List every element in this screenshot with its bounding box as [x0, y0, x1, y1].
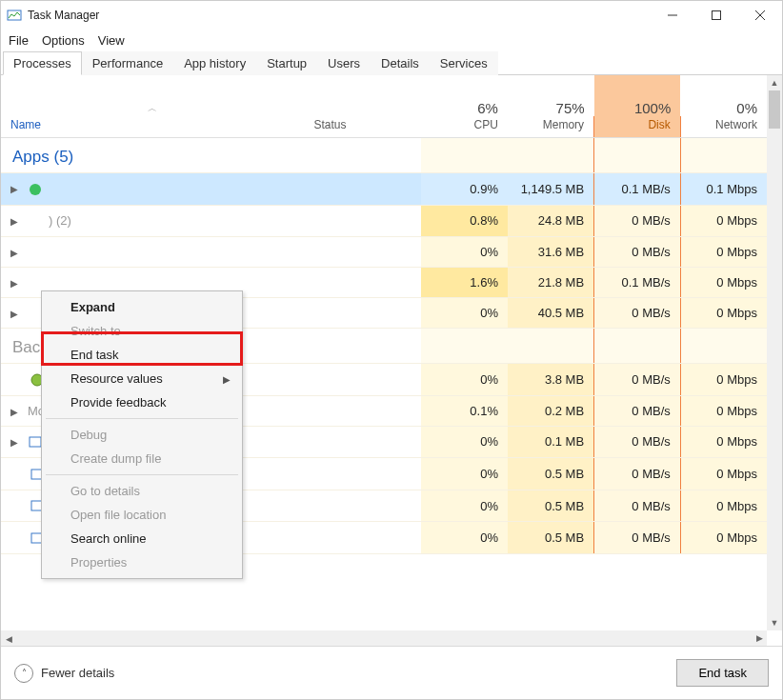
- cell-mem: 3.8 MB: [508, 364, 594, 396]
- cell-cpu: 0.1%: [421, 395, 508, 426]
- tab-app-history[interactable]: App history: [173, 51, 256, 75]
- cell-cpu: 0%: [421, 522, 508, 554]
- scroll-down-icon[interactable]: ▼: [767, 615, 782, 630]
- cell-mem: 0.5 MB: [508, 458, 594, 490]
- fewer-details-label: Fewer details: [41, 666, 114, 680]
- cell-disk: 0 MB/s: [594, 522, 681, 554]
- table-row[interactable]: ▶ 0% 31.6 MB 0 MB/s 0 Mbps: [1, 237, 767, 268]
- cell-disk: 0 MB/s: [594, 395, 681, 426]
- vertical-scrollbar[interactable]: ▲ ▼: [767, 75, 782, 630]
- cell-cpu: 0%: [421, 490, 508, 522]
- tab-details[interactable]: Details: [371, 51, 430, 75]
- menubar: File Options View: [1, 30, 782, 50]
- table-row[interactable]: ▶ 0.9% 1,149.5 MB 0.1 MB/s 0.1 Mbps: [1, 173, 767, 206]
- chevron-right-icon[interactable]: ▶: [10, 184, 22, 194]
- menu-open-file-location: Open file location: [44, 503, 240, 527]
- horizontal-scrollbar[interactable]: ◀ ▶: [1, 630, 767, 646]
- sort-indicator-icon: ︿: [10, 102, 294, 115]
- svg-rect-7: [30, 437, 41, 447]
- cell-net: 0 Mbps: [680, 395, 767, 426]
- menu-expand[interactable]: Expand: [44, 295, 240, 319]
- scroll-left-icon[interactable]: ◀: [1, 631, 16, 647]
- close-button[interactable]: [738, 1, 782, 30]
- cell-net: 0 Mbps: [680, 298, 767, 329]
- cell-cpu: 0%: [421, 458, 508, 490]
- chevron-right-icon[interactable]: ▶: [10, 248, 22, 258]
- cell-disk: 0.1 MB/s: [594, 268, 681, 298]
- cell-mem: 31.6 MB: [508, 237, 594, 268]
- menu-options[interactable]: Options: [42, 33, 85, 48]
- menu-switch-to: Switch to: [44, 319, 240, 343]
- column-network[interactable]: Network: [680, 116, 767, 138]
- chevron-right-icon[interactable]: ▶: [10, 437, 22, 448]
- cell-disk: 0 MB/s: [594, 364, 681, 396]
- menu-search-online[interactable]: Search online: [44, 527, 240, 550]
- cell-disk: 0 MB/s: [594, 298, 681, 329]
- column-cpu[interactable]: CPU: [421, 116, 508, 138]
- tab-services[interactable]: Services: [430, 51, 498, 75]
- menu-resource-values[interactable]: Resource values▶: [44, 367, 240, 390]
- menu-provide-feedback[interactable]: Provide feedback: [44, 390, 240, 414]
- column-disk[interactable]: Disk: [594, 116, 681, 138]
- table-row[interactable]: ▶) (2) 0.8% 24.8 MB 0 MB/s 0 Mbps: [1, 205, 767, 237]
- cell-cpu: 0.8%: [421, 205, 508, 237]
- menu-separator: [46, 474, 238, 475]
- cell-disk: 0 MB/s: [594, 426, 681, 458]
- svg-rect-0: [8, 10, 21, 20]
- menu-properties: Properties: [44, 550, 240, 574]
- cell-mem: 0.5 MB: [508, 490, 594, 522]
- scroll-right-icon[interactable]: ▶: [752, 630, 767, 646]
- maximize-button[interactable]: [694, 1, 738, 30]
- cell-mem: 0.2 MB: [508, 395, 594, 426]
- chevron-right-icon[interactable]: ▶: [10, 407, 22, 417]
- menu-separator: [46, 418, 238, 419]
- column-memory[interactable]: Memory: [508, 116, 594, 138]
- process-icon: [28, 182, 43, 197]
- cell-mem: 1,149.5 MB: [508, 173, 594, 206]
- menu-end-task[interactable]: End task: [44, 343, 240, 367]
- tab-startup[interactable]: Startup: [256, 51, 317, 75]
- cell-mem: 0.1 MB: [508, 426, 594, 458]
- titlebar: Task Manager: [1, 1, 782, 30]
- chevron-up-icon: ˄: [14, 664, 33, 683]
- tab-users[interactable]: Users: [317, 51, 371, 75]
- column-status[interactable]: Status: [304, 116, 421, 138]
- disk-usage-header[interactable]: 100%: [594, 75, 681, 116]
- tab-performance[interactable]: Performance: [82, 51, 173, 75]
- cell-net: 0 Mbps: [680, 522, 767, 554]
- window-controls: [651, 1, 782, 30]
- menu-file[interactable]: File: [9, 33, 29, 48]
- chevron-right-icon[interactable]: ▶: [10, 216, 22, 227]
- network-usage-header[interactable]: 0%: [680, 75, 767, 116]
- memory-usage-header[interactable]: 75%: [508, 75, 594, 116]
- tab-processes[interactable]: Processes: [3, 51, 82, 75]
- chevron-right-icon[interactable]: ▶: [10, 278, 22, 289]
- end-task-button[interactable]: End task: [676, 659, 769, 687]
- cell-mem: 24.8 MB: [508, 205, 594, 237]
- process-table-area: ︿ 6% 75% 100% 0% Name Status CPU Memory …: [1, 75, 782, 646]
- cell-cpu: 0%: [421, 237, 508, 268]
- cell-cpu: 0.9%: [421, 173, 508, 206]
- svg-rect-2: [713, 11, 721, 20]
- menu-create-dump: Create dump file: [44, 447, 240, 470]
- column-name[interactable]: Name: [1, 116, 304, 138]
- tab-bar: Processes Performance App history Startu…: [1, 50, 782, 75]
- minimize-button[interactable]: [651, 1, 694, 30]
- menu-resource-values-label: Resource values: [70, 371, 163, 386]
- cell-net: 0 Mbps: [680, 205, 767, 237]
- process-name: ) (2): [49, 213, 71, 228]
- section-apps[interactable]: Apps (5): [1, 138, 767, 173]
- context-menu: Expand Switch to End task Resource value…: [41, 290, 243, 579]
- cell-net: 0 Mbps: [680, 426, 767, 458]
- fewer-details-button[interactable]: ˄ Fewer details: [14, 664, 114, 683]
- cell-mem: 0.5 MB: [508, 522, 594, 554]
- scroll-thumb[interactable]: [769, 90, 780, 129]
- chevron-right-icon[interactable]: ▶: [10, 309, 22, 319]
- cell-cpu: 1.6%: [421, 268, 508, 298]
- cpu-usage-header[interactable]: 6%: [421, 75, 508, 116]
- task-manager-icon: [7, 8, 22, 23]
- cell-disk: 0 MB/s: [594, 458, 681, 490]
- scroll-up-icon[interactable]: ▲: [767, 75, 782, 90]
- menu-view[interactable]: View: [98, 33, 125, 48]
- task-manager-window: Task Manager File Options View Processes…: [0, 0, 783, 700]
